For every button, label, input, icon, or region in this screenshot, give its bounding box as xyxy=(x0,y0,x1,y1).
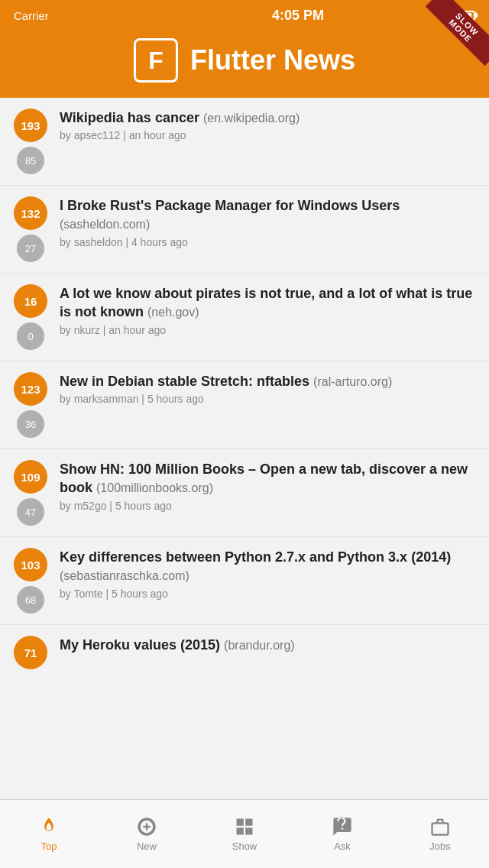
news-list: 193 85 Wikipedia has cancer (en.wikipedi… xyxy=(0,98,489,749)
news-item[interactable]: 109 47 Show HN: 100 Million Books – Open… xyxy=(0,449,489,537)
tab-bar: Top New Show Ask Jobs xyxy=(0,799,489,868)
time-label: 4:05 PM xyxy=(272,8,324,24)
news-title: Show HN: 100 Million Books – Open a new … xyxy=(60,460,477,497)
app-logo: F xyxy=(134,38,178,83)
news-domain: (sasheldon.com) xyxy=(60,218,150,231)
upvote-count: 103 xyxy=(14,548,47,581)
vote-column: 71 xyxy=(12,636,49,669)
news-title: New in Debian stable Stretch: nftables (… xyxy=(60,372,477,390)
logo-letter: F xyxy=(148,47,164,75)
news-title: My Heroku values (2015) (brandur.org) xyxy=(60,636,477,654)
app-header: F Flutter News xyxy=(0,31,489,98)
upvote-count: 193 xyxy=(14,108,47,142)
news-content: Show HN: 100 Million Books – Open a new … xyxy=(60,460,477,512)
news-content: New in Debian stable Stretch: nftables (… xyxy=(60,372,477,405)
news-meta: by Tomte | 5 hours ago xyxy=(60,588,477,600)
news-content: A lot we know about pirates is not true,… xyxy=(60,284,477,336)
ask-icon xyxy=(332,816,353,837)
vote-column: 103 68 xyxy=(12,548,49,614)
news-title: A lot we know about pirates is not true,… xyxy=(60,284,477,322)
news-item[interactable]: 103 68 Key differences between Python 2.… xyxy=(0,537,489,625)
tab-ask-label: Ask xyxy=(334,840,351,852)
comment-count: 36 xyxy=(17,410,44,438)
tab-new-label: New xyxy=(137,840,157,852)
upvote-count: 123 xyxy=(14,372,47,406)
news-title: Wikipedia has cancer (en.wikipedia.org) xyxy=(60,108,477,127)
carrier-label: Carrier xyxy=(14,9,49,22)
tab-new[interactable]: New xyxy=(98,816,196,852)
news-item[interactable]: 193 85 Wikipedia has cancer (en.wikipedi… xyxy=(0,98,489,186)
news-title: I Broke Rust's Package Manager for Windo… xyxy=(60,196,477,234)
show-icon xyxy=(234,816,255,837)
news-meta: by marksamman | 5 hours ago xyxy=(60,393,477,405)
upvote-count: 132 xyxy=(14,196,47,230)
vote-column: 132 27 xyxy=(12,196,49,262)
comment-count: 47 xyxy=(17,498,44,526)
news-title: Key differences between Python 2.7.x and… xyxy=(60,548,477,585)
status-bar: Carrier 4:05 PM xyxy=(0,0,489,31)
news-domain: (sebastianraschka.com) xyxy=(60,569,189,582)
news-item[interactable]: 71 My Heroku values (2015) (brandur.org) xyxy=(0,625,489,680)
tab-jobs-label: Jobs xyxy=(429,840,450,852)
app-title: Flutter News xyxy=(190,44,355,76)
news-meta: by sasheldon | 4 hours ago xyxy=(60,236,477,248)
comment-count: 68 xyxy=(17,586,44,614)
new-icon xyxy=(136,816,157,837)
news-content: Wikipedia has cancer (en.wikipedia.org) … xyxy=(60,108,477,141)
news-domain: (100millionbooks.org) xyxy=(96,481,213,494)
news-domain: (neh.gov) xyxy=(147,306,199,319)
news-domain: (en.wikipedia.org) xyxy=(203,112,300,125)
news-meta: by nkurz | an hour ago xyxy=(60,324,477,336)
jobs-icon xyxy=(429,816,451,837)
slow-mode-banner: SLOW MODE xyxy=(420,0,489,69)
news-content: My Heroku values (2015) (brandur.org) xyxy=(60,636,477,654)
upvote-count: 109 xyxy=(14,460,47,494)
news-domain: (ral-arturo.org) xyxy=(313,375,392,388)
upvote-count: 16 xyxy=(14,284,47,318)
comment-count: 0 xyxy=(17,322,44,350)
news-content: I Broke Rust's Package Manager for Windo… xyxy=(60,196,477,248)
news-item[interactable]: 132 27 I Broke Rust's Package Manager fo… xyxy=(0,186,489,274)
comment-count: 85 xyxy=(17,147,44,174)
upvote-count: 71 xyxy=(14,636,47,669)
vote-column: 109 47 xyxy=(12,460,49,526)
flame-icon xyxy=(38,816,60,837)
tab-jobs[interactable]: Jobs xyxy=(391,816,489,852)
vote-column: 193 85 xyxy=(12,108,49,174)
news-domain: (brandur.org) xyxy=(224,639,295,652)
slow-mode-label: SLOW MODE xyxy=(426,0,489,66)
tab-top[interactable]: Top xyxy=(0,816,98,852)
tab-ask[interactable]: Ask xyxy=(293,816,391,852)
news-meta: by apsec112 | an hour ago xyxy=(60,129,477,141)
news-item[interactable]: 16 0 A lot we know about pirates is not … xyxy=(0,274,489,361)
news-meta: by m52go | 5 hours ago xyxy=(60,500,477,512)
tab-show[interactable]: Show xyxy=(196,816,293,852)
comment-count: 27 xyxy=(17,235,44,262)
news-content: Key differences between Python 2.7.x and… xyxy=(60,548,477,600)
news-item[interactable]: 123 36 New in Debian stable Stretch: nft… xyxy=(0,361,489,449)
vote-column: 16 0 xyxy=(12,284,49,350)
tab-top-label: Top xyxy=(41,840,57,852)
tab-show-label: Show xyxy=(232,840,257,852)
vote-column: 123 36 xyxy=(12,372,49,438)
